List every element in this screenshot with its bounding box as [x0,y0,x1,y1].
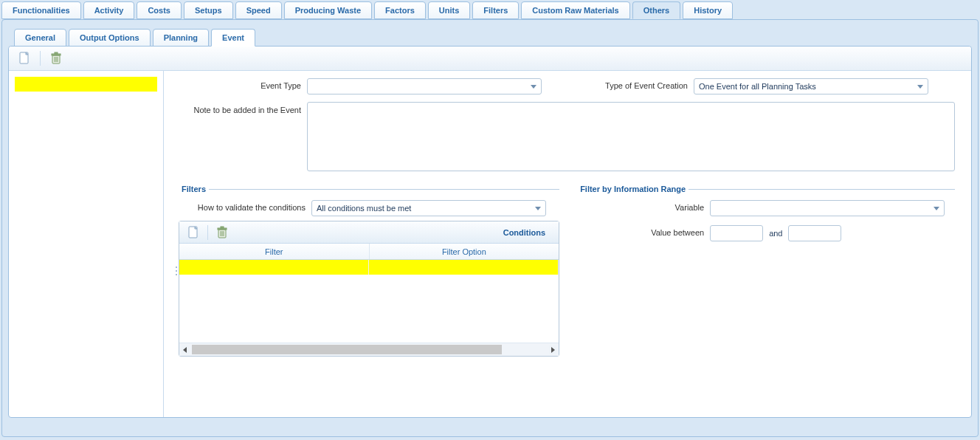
sub-tab-bar: General Output Options Planning Event [14,29,972,47]
scroll-thumb[interactable] [192,345,502,354]
fieldset-filter-range: Filter by Information Range Variable [577,185,955,357]
grid-delete-button[interactable] [215,226,229,239]
svg-marker-13 [535,207,541,210]
value-from-input[interactable] [710,225,763,241]
top-tab-bar: Functionalities Activity Costs Setups Sp… [0,0,980,19]
conditions-grid: Conditions Filter Filter Option [179,221,559,357]
svg-marker-24 [934,207,939,210]
type-creation-value: One Event for all Planning Tasks [699,82,816,91]
svg-point-11 [176,270,177,272]
toolbar-separator [40,51,41,66]
tab-units[interactable]: Units [428,1,471,19]
cell-filter-option[interactable] [369,260,559,275]
tab-producing-waste[interactable]: Producing Waste [284,1,372,19]
card-toolbar [9,47,971,71]
tab-activity[interactable]: Activity [83,1,135,19]
chevron-down-icon [932,204,941,213]
tab-costs[interactable]: Costs [137,1,182,19]
scroll-right-icon[interactable] [549,346,556,354]
trash-icon [49,52,63,65]
grid-toolbar: Conditions [179,221,559,244]
type-creation-label: Type of Event Creation [576,78,694,90]
svg-point-12 [176,274,177,275]
tab-filters[interactable]: Filters [472,1,519,19]
subtab-planning[interactable]: Planning [153,29,209,47]
svg-marker-22 [183,347,187,353]
tab-setups[interactable]: Setups [184,1,233,19]
note-textarea[interactable] [307,102,955,171]
tab-functionalities[interactable]: Functionalities [1,1,81,19]
subtab-event[interactable]: Event [211,29,255,47]
svg-marker-8 [531,85,536,89]
tab-speed[interactable]: Speed [235,1,282,19]
scroll-left-icon[interactable] [182,346,189,354]
value-to-input[interactable] [788,225,841,241]
grid-scrollbar[interactable] [179,343,559,356]
grid-rows [179,260,559,343]
validate-combo[interactable]: All conditions must be met [311,200,546,216]
chevron-down-icon [916,82,925,91]
new-document-icon [187,226,200,239]
filter-range-legend: Filter by Information Range [577,185,689,193]
svg-marker-9 [917,85,923,89]
cell-filter[interactable] [179,260,369,275]
event-form: Event Type Type of Event Creation One Ev… [167,71,971,417]
type-creation-combo[interactable]: One Event for all Planning Tasks [694,78,928,94]
and-label: and [769,229,782,238]
grid-new-button[interactable] [187,226,200,239]
event-card: Event Type Type of Event Creation One Ev… [8,46,972,418]
value-between-label: Value between [577,225,710,237]
event-type-combo[interactable] [307,78,542,94]
grid-header: Filter Filter Option [179,244,559,260]
tab-custom-raw-materials[interactable]: Custom Raw Materials [521,1,629,19]
subtab-general[interactable]: General [14,29,66,47]
chevron-down-icon [529,82,538,91]
card-body: Event Type Type of Event Creation One Ev… [9,71,971,417]
svg-point-10 [176,267,177,268]
drag-handle-icon [175,266,178,276]
fieldset-filters: Filters How to validate the conditions A… [174,185,559,357]
svg-marker-23 [551,347,555,353]
row-note: Note to be added in the Event [174,102,955,171]
validate-value: All conditions must be met [317,204,411,213]
table-row[interactable] [179,260,559,275]
tab-history[interactable]: History [683,1,733,19]
event-list-selected-row[interactable] [15,77,157,92]
new-document-icon [18,52,31,65]
svg-rect-4 [55,52,58,54]
col-filter-option[interactable]: Filter Option [370,244,559,259]
col-filter[interactable]: Filter [179,244,370,259]
filters-legend: Filters [179,185,209,193]
event-type-label: Event Type [174,78,307,90]
delete-item-button[interactable] [49,52,63,65]
validate-label: How to validate the conditions [179,200,311,213]
grid-title: Conditions [503,228,551,237]
new-item-button[interactable] [18,52,31,65]
trash-icon [215,226,229,239]
svg-rect-18 [221,227,224,228]
variable-label: Variable [577,200,710,212]
note-label: Note to be added in the Event [174,102,307,115]
tab-factors[interactable]: Factors [374,1,426,19]
subtab-output-options[interactable]: Output Options [69,29,151,47]
tab-others[interactable]: Others [632,1,680,19]
fieldset-row: Filters How to validate the conditions A… [174,185,955,357]
chevron-down-icon [534,204,542,213]
variable-combo[interactable] [710,200,945,216]
event-list[interactable] [9,71,164,417]
toolbar-separator [207,225,208,240]
others-panel: General Output Options Planning Event [1,19,979,437]
row-event-type: Event Type Type of Event Creation One Ev… [174,78,955,94]
